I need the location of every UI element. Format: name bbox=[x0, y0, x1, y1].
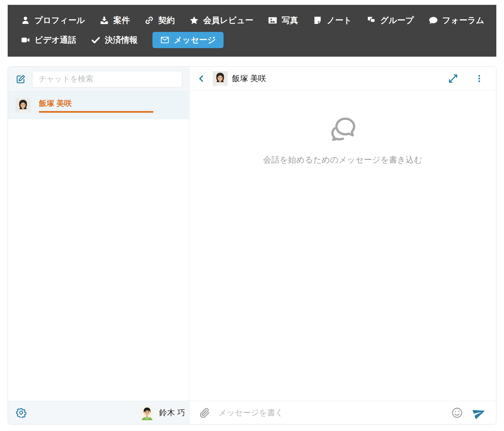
nav-item-projects[interactable]: 案件 bbox=[100, 15, 130, 26]
nav-item-groups[interactable]: グループ bbox=[367, 15, 414, 26]
nav-label: メッセージ bbox=[174, 34, 216, 46]
envelope-icon bbox=[160, 35, 170, 45]
group-icon bbox=[367, 16, 376, 25]
nav-label: 決済情報 bbox=[105, 34, 138, 46]
conversation-panel: 飯塚 美咲 会話を始めるためのメッセージを書き込む bbox=[189, 67, 496, 424]
current-user-name: 鈴木 巧 bbox=[159, 407, 185, 418]
chat-sidebar: 飯塚 美咲 鈴木 巧 bbox=[8, 67, 189, 424]
send-button[interactable] bbox=[473, 406, 486, 419]
conversation-body: 会話を始めるためのメッセージを書き込む bbox=[189, 91, 496, 401]
paper-plane-icon bbox=[473, 416, 486, 420]
forum-icon bbox=[429, 16, 438, 25]
video-icon bbox=[21, 35, 30, 45]
nav-item-forum[interactable]: フォーラム bbox=[429, 15, 484, 26]
nav-row-1: プロフィール 案件 契約 会員レビュー 写真 ノート グループ フォーラム bbox=[21, 12, 483, 28]
messenger-container: 飯塚 美咲 鈴木 巧 飯塚 美咲 bbox=[8, 66, 496, 424]
sidebar-footer: 鈴木 巧 bbox=[8, 401, 189, 424]
image-icon bbox=[268, 16, 277, 25]
top-nav-bar: プロフィール 案件 契約 会員レビュー 写真 ノート グループ フォーラム bbox=[8, 5, 496, 57]
download-icon bbox=[100, 16, 109, 25]
check-icon bbox=[91, 35, 100, 45]
conversation-header: 飯塚 美咲 bbox=[189, 67, 496, 91]
nav-item-messages[interactable]: メッセージ bbox=[152, 32, 224, 48]
nav-label: 案件 bbox=[113, 15, 130, 26]
chat-item-name: 飯塚 美咲 bbox=[39, 99, 72, 108]
attach-button[interactable] bbox=[199, 407, 210, 418]
nav-label: グループ bbox=[380, 15, 414, 26]
chat-list-item[interactable]: 飯塚 美咲 bbox=[8, 92, 189, 119]
message-composer bbox=[189, 401, 496, 424]
back-button[interactable] bbox=[197, 74, 206, 83]
conversation-title: 飯塚 美咲 bbox=[232, 73, 266, 84]
expand-icon bbox=[448, 81, 458, 85]
chat-list: 飯塚 美咲 bbox=[8, 92, 189, 401]
gear-icon bbox=[16, 414, 26, 419]
message-input[interactable] bbox=[218, 408, 445, 418]
nav-label: プロフィール bbox=[34, 15, 85, 26]
nav-item-profile[interactable]: プロフィール bbox=[21, 15, 85, 26]
kebab-menu-icon bbox=[475, 79, 484, 84]
nav-item-payment-info[interactable]: 決済情報 bbox=[91, 34, 138, 46]
nav-label: ビデオ通話 bbox=[34, 34, 76, 46]
woman-photo-avatar bbox=[16, 98, 30, 113]
search-input[interactable] bbox=[32, 71, 182, 87]
nav-row-2: ビデオ通話 決済情報 メッセージ bbox=[21, 32, 483, 48]
sidebar-header bbox=[8, 67, 189, 92]
header-actions bbox=[448, 73, 484, 84]
nav-item-member-reviews[interactable]: 会員レビュー bbox=[189, 15, 253, 26]
nav-item-notes[interactable]: ノート bbox=[313, 15, 352, 26]
nav-item-photos[interactable]: 写真 bbox=[268, 15, 298, 26]
star-icon bbox=[189, 16, 199, 25]
compose-button[interactable] bbox=[16, 74, 26, 84]
smiley-icon bbox=[451, 415, 463, 420]
user-icon bbox=[21, 16, 30, 25]
emoji-button[interactable] bbox=[451, 407, 463, 419]
nav-label: 写真 bbox=[282, 15, 298, 26]
nav-label: 会員レビュー bbox=[203, 15, 253, 26]
settings-button[interactable] bbox=[16, 407, 26, 418]
chat-item-name-underline: 飯塚 美咲 bbox=[39, 98, 153, 113]
nav-item-contracts[interactable]: 契約 bbox=[144, 15, 175, 26]
woman-photo-avatar bbox=[213, 71, 228, 86]
expand-button[interactable] bbox=[448, 73, 458, 84]
note-icon bbox=[313, 16, 322, 25]
paperclip-icon bbox=[199, 415, 210, 419]
nav-label: 契約 bbox=[158, 15, 175, 26]
compose-icon bbox=[16, 81, 26, 85]
menu-button[interactable] bbox=[475, 74, 484, 83]
nav-label: フォーラム bbox=[442, 15, 484, 26]
current-user-chip[interactable]: 鈴木 巧 bbox=[140, 405, 185, 420]
nav-item-video-call[interactable]: ビデオ通話 bbox=[21, 34, 76, 46]
nav-label: ノート bbox=[327, 15, 352, 26]
chat-bubbles-icon bbox=[326, 114, 360, 147]
link-icon bbox=[144, 16, 154, 25]
chevron-left-icon bbox=[197, 80, 206, 84]
man-cartoon-avatar bbox=[140, 405, 154, 420]
empty-state-message: 会話を始めるためのメッセージを書き込む bbox=[263, 154, 422, 166]
